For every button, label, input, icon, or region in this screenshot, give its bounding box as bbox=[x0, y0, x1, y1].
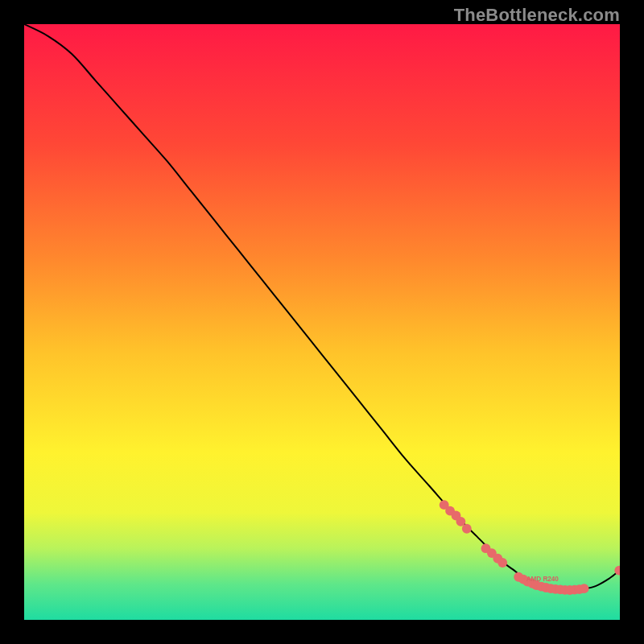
inline-label: AMD R240 bbox=[526, 576, 559, 583]
chart-svg: AMD R240 bbox=[24, 24, 620, 620]
gradient-background bbox=[24, 24, 620, 620]
highlight-dot bbox=[580, 584, 589, 593]
chart-stage: TheBottleneck.com AMD R240 bbox=[0, 0, 644, 644]
plot-area: AMD R240 bbox=[24, 24, 620, 620]
highlight-dot bbox=[462, 524, 472, 534]
highlight-dot bbox=[497, 558, 507, 568]
watermark-text: TheBottleneck.com bbox=[454, 5, 620, 26]
